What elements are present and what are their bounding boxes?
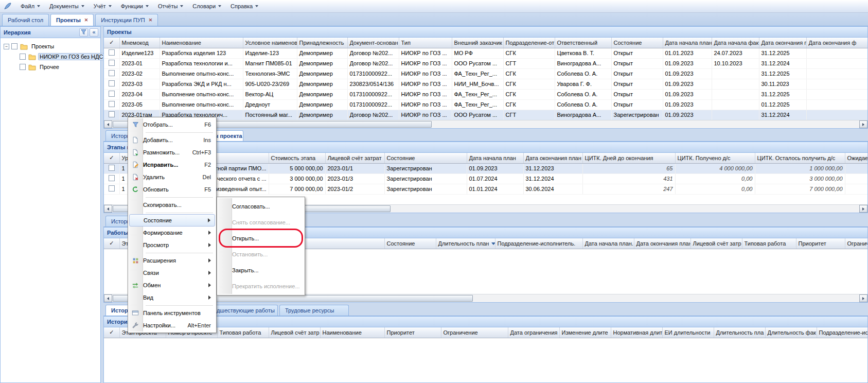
scroll-left-button[interactable]: [104, 205, 112, 213]
select-all-header[interactable]: ✓: [104, 238, 119, 249]
context-menu-item-refresh[interactable]: ОбновитьF5: [129, 183, 215, 196]
row-checkbox[interactable]: [109, 175, 115, 181]
table-row[interactable]: 2023-01тамРазработка технологич...Постоя…: [104, 110, 867, 120]
column-header-5[interactable]: Наименование: [320, 327, 384, 338]
column-header-8[interactable]: Лицевой счёт затр: [690, 238, 742, 249]
submenu-item-approve[interactable]: Согласовать...: [218, 198, 304, 214]
menubar-item-file[interactable]: Файл: [16, 1, 44, 11]
context-menu-item-delete[interactable]: УдалитьDel: [129, 171, 215, 183]
column-header-13[interactable]: Длительность фак: [765, 327, 817, 338]
context-menu-item-filter[interactable]: Отобрать...F6: [129, 118, 215, 131]
scroll-right-button[interactable]: [859, 205, 867, 213]
column-header-9[interactable]: ЦИТК. Получено д/с: [675, 153, 755, 163]
tab-desktop[interactable]: Рабочий стол: [2, 14, 49, 26]
column-header-11[interactable]: ЕИ длительности: [662, 327, 714, 338]
row-checkbox[interactable]: [109, 101, 115, 107]
column-header-1[interactable]: Мнемокод: [119, 38, 160, 48]
column-header-7[interactable]: Дата окончания план: [634, 238, 690, 249]
column-header-3[interactable]: Условное наименова: [243, 38, 297, 48]
context-menu-item-clone[interactable]: Размножить...Ctrl+F3: [129, 146, 215, 159]
column-header-6[interactable]: Приоритет: [384, 327, 441, 338]
table-row[interactable]: 1тной партии ПМО...5 000 000,002023-01/1…: [104, 163, 867, 173]
column-header-4[interactable]: Лицевой счёт затр: [269, 327, 320, 338]
column-header-14[interactable]: Подразделение-ис: [817, 327, 867, 338]
column-header-10[interactable]: Нормативная длит: [611, 327, 662, 338]
context-menu-item-edit[interactable]: Исправить...F2: [129, 159, 215, 171]
table-row[interactable]: Изделие123Разработка изделия 123Изделие-…: [104, 48, 867, 58]
column-header-10[interactable]: ЦИТК. Осталось получить д/с: [755, 153, 845, 163]
column-header-13[interactable]: Дата окончания п: [759, 38, 806, 48]
tab-labor-resources[interactable]: Трудовые ресурсы: [279, 305, 349, 316]
hierarchy-filter-button[interactable]: [79, 28, 88, 37]
column-header-10[interactable]: Состояние: [611, 38, 663, 48]
column-header-4[interactable]: Принадлежность: [297, 38, 347, 48]
table-row[interactable]: 1изведенный опыт...7 000 000,002023-01/2…: [104, 184, 867, 194]
scroll-right-button[interactable]: [859, 120, 867, 128]
column-header-12[interactable]: Длительность пла: [714, 327, 765, 338]
column-header-7[interactable]: Дата окончания план: [523, 153, 582, 163]
tree-node-other[interactable]: Прочее: [2, 62, 99, 72]
tree-node-niokr-goz-bez-nds[interactable]: НИОКР по ГОЗ без НДС: [2, 51, 99, 62]
scroll-left-button[interactable]: [104, 294, 112, 302]
tree-checkbox[interactable]: [20, 64, 26, 70]
context-menu-item-copy[interactable]: Скопировать...: [129, 199, 215, 211]
menubar-item-help[interactable]: Справка: [226, 1, 262, 11]
row-checkbox[interactable]: [109, 70, 115, 76]
context-menu-item-extensions[interactable]: Расширения: [129, 254, 215, 267]
column-header-3[interactable]: Стоимость этапа: [269, 153, 325, 163]
menubar-item-accounting[interactable]: Учёт: [90, 1, 116, 11]
table-row[interactable]: 2023-05Выполнение опытно-конс...Дредноут…: [104, 99, 867, 110]
column-header-8[interactable]: Подразделение-от: [503, 38, 555, 48]
scroll-left-button[interactable]: [104, 120, 112, 128]
column-header-6[interactable]: Тип: [399, 38, 452, 48]
column-header-4[interactable]: Длительность план: [436, 238, 495, 249]
tab-close-icon[interactable]: ✕: [149, 18, 153, 23]
row-checkbox[interactable]: [109, 91, 115, 97]
column-header-8[interactable]: Дата ограничения: [508, 327, 559, 338]
menubar-item-reports[interactable]: Отчёты: [154, 1, 187, 11]
column-header-6[interactable]: Дата начала план: [467, 153, 523, 163]
tab-pup-instructions[interactable]: Инструкции ПУП✕: [95, 14, 158, 26]
tab-close-icon[interactable]: ✕: [84, 18, 88, 23]
menubar-item-dictionaries[interactable]: Словари: [188, 1, 225, 11]
table-row[interactable]: 2023-04Выполнение опытно-конс...Вектор-А…: [104, 89, 867, 99]
context-menu-item-settings[interactable]: Настройки...Alt+Enter: [129, 319, 215, 332]
row-checkbox[interactable]: [109, 185, 115, 192]
row-checkbox[interactable]: [109, 165, 115, 171]
column-header-5[interactable]: Подразделение-исполнитель.: [495, 238, 582, 249]
row-checkbox[interactable]: [109, 49, 115, 56]
column-header-2[interactable]: Наименование: [160, 38, 243, 48]
menubar-item-documents[interactable]: Документы: [45, 1, 88, 11]
column-header-4[interactable]: Лицевой счёт затрат: [325, 153, 384, 163]
context-menu-item-exchange[interactable]: Обмен: [129, 279, 215, 291]
column-header-11[interactable]: Ожидаемые: [845, 153, 867, 163]
row-checkbox[interactable]: [109, 111, 115, 117]
table-row[interactable]: 2023-02Выполнение опытно-конс...Технолог…: [104, 68, 867, 79]
column-header-5[interactable]: Документ-основан: [347, 38, 399, 48]
tree-checkbox[interactable]: [20, 54, 26, 60]
context-menu-item-layout[interactable]: Вид: [129, 291, 215, 304]
select-all-header[interactable]: ✓: [104, 38, 119, 48]
table-row[interactable]: 2023-01Разработка технологии и...Магнит …: [104, 58, 867, 68]
column-header-7[interactable]: Внешний заказчик: [452, 38, 503, 48]
collapse-panel-button[interactable]: «: [90, 28, 98, 37]
submenu-item-open[interactable]: Открыть...: [218, 230, 304, 246]
context-menu-item-formation[interactable]: Формирование: [129, 227, 215, 239]
column-header-11[interactable]: Ограничение: [845, 238, 867, 249]
select-all-header[interactable]: ✓: [104, 327, 119, 338]
select-all-header[interactable]: ✓: [104, 153, 119, 163]
column-header-7[interactable]: Ограничение: [441, 327, 508, 338]
expand-collapse-icon[interactable]: −: [4, 44, 9, 49]
menubar-item-functions[interactable]: Функции: [117, 1, 153, 11]
context-menu-item-state[interactable]: Состояние: [129, 214, 215, 227]
tree-checkbox[interactable]: [11, 43, 17, 49]
column-header-9[interactable]: Типовая работа: [742, 238, 796, 249]
row-checkbox[interactable]: [109, 60, 115, 66]
column-header-14[interactable]: Дата окончания ф: [806, 38, 867, 48]
context-menu-item-toolbar-panel[interactable]: Панель инструментов: [129, 307, 215, 319]
column-header-11[interactable]: Дата начала план.: [663, 38, 712, 48]
context-menu-item-add[interactable]: Добавить...Ins: [129, 134, 215, 146]
context-menu-item-links[interactable]: Связи: [129, 267, 215, 279]
scroll-right-button[interactable]: [859, 294, 867, 302]
table-row[interactable]: 2023-03Разработка ЭКД и РКД н...905-U020…: [104, 79, 867, 89]
